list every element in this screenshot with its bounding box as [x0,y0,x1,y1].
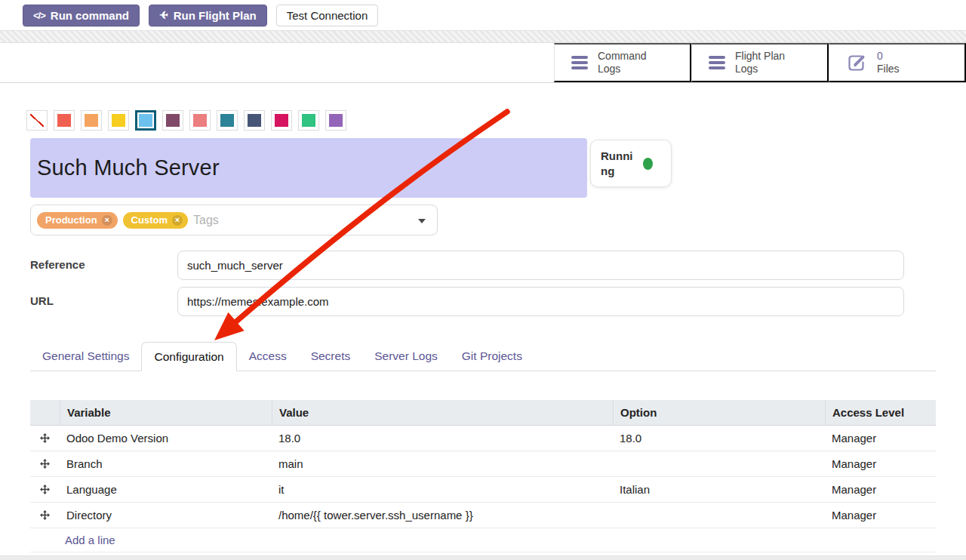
run-command-button[interactable]: </> Run command [23,5,140,26]
swatch-fill [220,114,234,127]
tab-secrets[interactable]: Secrets [299,342,363,371]
form-sheet: Such Much Server Running Production × Cu… [0,110,966,552]
color-swatch[interactable] [162,110,183,131]
table-row: Directory /home/{{ tower.server.ssh_user… [30,503,936,528]
tag-custom: Custom × [123,212,188,229]
form-header-band: Command Logs Flight Plan Logs 0 Files [0,43,966,83]
files-label: 0 Files [877,50,900,76]
run-flight-plan-label: Run Flight Plan [174,9,257,22]
color-swatch-selected[interactable] [135,110,156,131]
color-swatch[interactable] [325,110,346,131]
footer-strip [0,555,966,560]
edit-square-icon [846,52,867,73]
hatched-divider [0,30,966,43]
add-a-line-link[interactable]: Add a line [65,534,115,546]
cell-variable[interactable]: Language [60,483,272,496]
status-widget[interactable]: Running [590,140,672,187]
code-icon: </> [33,10,45,21]
drag-handle-icon[interactable] [30,459,60,469]
table-header-row: Variable Value Option Access Level [30,400,936,426]
run-command-label: Run command [51,9,129,22]
color-swatch[interactable] [81,110,102,131]
cell-value[interactable]: /home/{{ tower.server.ssh_username }} [272,509,613,522]
swatch-fill [302,114,315,127]
test-connection-label: Test Connection [287,9,368,22]
drag-handle-icon[interactable] [30,510,60,520]
column-header-access-level[interactable]: Access Level [825,400,936,425]
url-row: URL [30,287,936,316]
cell-variable[interactable]: Odoo Demo Version [60,432,272,445]
drag-handle-icon[interactable] [30,485,60,494]
test-connection-button[interactable]: Test Connection [276,5,379,26]
column-header-variable[interactable]: Variable [60,400,272,425]
remove-tag-icon[interactable]: × [172,215,183,226]
configuration-table: Variable Value Option Access Level Odoo … [30,400,936,552]
action-toolbar: </> Run command ✈ Run Flight Plan Test C… [0,0,966,30]
tab-server-logs[interactable]: Server Logs [362,342,450,371]
command-logs-label: Command Logs [598,50,647,76]
color-picker [26,110,936,131]
header-handle-cell [30,400,60,425]
list-icon [571,56,588,69]
swatch-fill [248,114,261,127]
tag-production: Production × [37,212,118,229]
table-row: Odoo Demo Version 18.0 18.0 Manager [30,426,936,451]
tag-label: Custom [131,214,168,226]
tab-git-projects[interactable]: Git Projects [450,342,534,371]
color-swatch[interactable] [54,110,75,131]
color-swatch[interactable] [244,110,265,131]
command-logs-stat-button[interactable]: Command Logs [554,43,691,82]
url-label: URL [30,287,177,316]
swatch-fill [329,114,343,127]
run-flight-plan-button[interactable]: ✈ Run Flight Plan [149,5,267,26]
swatch-fill [112,114,125,127]
plane-icon: ✈ [159,9,168,21]
cell-access-level[interactable]: Manager [825,483,936,496]
cell-access-level[interactable]: Manager [825,509,936,522]
tab-configuration[interactable]: Configuration [141,342,236,371]
files-stat-button[interactable]: 0 Files [829,43,966,82]
status-running-dot [643,158,653,170]
cell-value[interactable]: 18.0 [272,432,613,445]
swatch-fill [85,114,98,127]
remove-tag-icon[interactable]: × [102,215,112,226]
cell-value[interactable]: it [272,483,613,496]
reference-row: Reference [30,251,936,280]
swatch-fill [275,114,288,127]
color-swatch-none[interactable] [26,110,48,131]
tags-field[interactable]: Production × Custom × Tags [30,205,438,235]
color-swatch[interactable] [189,110,211,131]
swatch-fill [57,114,71,127]
flight-plan-logs-label: Flight Plan Logs [735,50,785,76]
tab-general-settings[interactable]: General Settings [30,342,141,371]
tags-placeholder: Tags [193,214,219,227]
reference-label: Reference [30,251,177,280]
swatch-fill [193,114,207,127]
tab-access[interactable]: Access [237,342,299,371]
server-name-field[interactable]: Such Much Server [30,138,587,198]
swatch-fill [30,114,44,127]
cell-option[interactable]: 18.0 [613,432,825,445]
status-label: Running [601,149,637,178]
column-header-option[interactable]: Option [613,400,825,425]
cell-variable[interactable]: Branch [60,457,272,470]
reference-input[interactable] [177,251,904,280]
cell-access-level[interactable]: Manager [825,457,936,470]
list-icon [709,56,725,69]
cell-option[interactable]: Italian [613,483,825,496]
drag-handle-icon[interactable] [30,433,60,443]
swatch-fill [166,114,180,127]
cell-value[interactable]: main [272,457,613,470]
color-swatch[interactable] [271,110,292,131]
cell-variable[interactable]: Directory [60,509,272,522]
cell-access-level[interactable]: Manager [825,432,936,445]
flight-plan-logs-stat-button[interactable]: Flight Plan Logs [691,43,829,82]
column-header-value[interactable]: Value [272,400,613,425]
url-input[interactable] [177,287,904,316]
color-swatch[interactable] [217,110,238,131]
chevron-down-icon[interactable] [418,219,426,223]
color-swatch[interactable] [108,110,129,131]
add-line-row: Add a line [30,528,936,552]
title-row: Such Much Server Running [30,138,936,198]
color-swatch[interactable] [298,110,319,131]
